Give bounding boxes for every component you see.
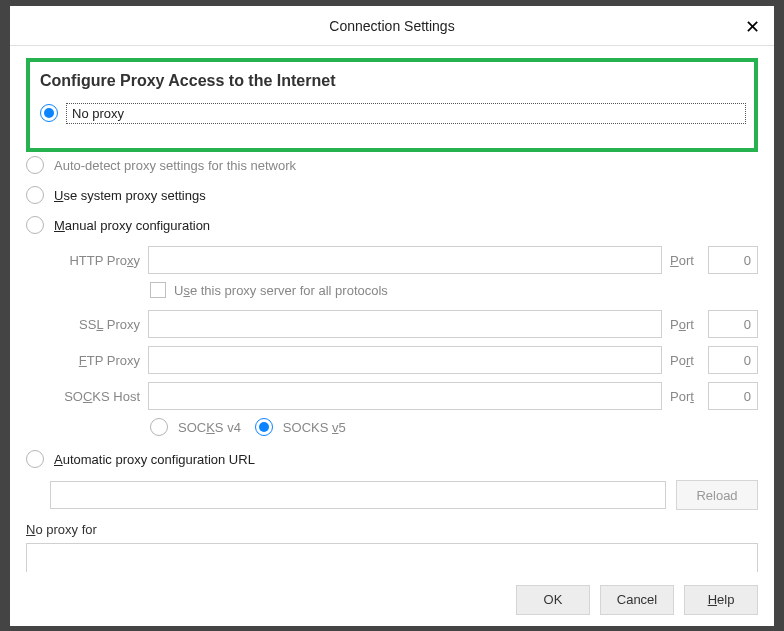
radio-icon [26,156,44,174]
radio-icon [26,450,44,468]
highlighted-section: Configure Proxy Access to the Internet N… [26,58,758,152]
radio-system-proxy[interactable]: Use system proxy settings [26,186,758,204]
ok-button[interactable]: OK [516,585,590,615]
ssl-port-label: Port [670,317,700,332]
ssl-proxy-row: SSL Proxy Port [50,310,758,338]
radio-socks-v4[interactable]: SOCKS v4 [150,418,241,436]
http-port-input[interactable] [708,246,758,274]
ftp-port-input[interactable] [708,346,758,374]
http-proxy-label: HTTP Proxy [50,253,140,268]
radio-label-manual: Manual proxy configuration [54,218,210,233]
socks-host-label: SOCKS Host [50,389,140,404]
ssl-port-input[interactable] [708,310,758,338]
close-button[interactable]: ✕ [738,12,766,40]
title-bar: Connection Settings ✕ [10,6,774,46]
no-proxy-for-input[interactable] [26,543,758,572]
no-proxy-for-label: No proxy for [26,522,758,537]
radio-icon [150,418,168,436]
radio-no-proxy[interactable]: No proxy [40,104,744,122]
help-button[interactable]: Help [684,585,758,615]
radio-label-auto-detect: Auto-detect proxy settings for this netw… [54,158,296,173]
pac-url-row: Reload [50,480,758,510]
radio-auto-detect[interactable]: Auto-detect proxy settings for this netw… [26,156,758,174]
ssl-proxy-input[interactable] [148,310,662,338]
dialog-content-scroll[interactable]: Configure Proxy Access to the Internet N… [10,46,774,572]
http-proxy-row: HTTP Proxy Port [50,246,758,274]
section-heading: Configure Proxy Access to the Internet [40,72,744,90]
socks-v4-label: SOCKS v4 [178,420,241,435]
radio-icon [26,186,44,204]
share-proxy-label: Use this proxy server for all protocols [174,283,388,298]
socks-port-label: Port [670,389,700,404]
radio-label-no-proxy: No proxy [68,105,744,122]
connection-settings-dialog: Connection Settings ✕ Configure Proxy Ac… [10,6,774,626]
radio-icon [255,418,273,436]
radio-icon [26,216,44,234]
http-proxy-input[interactable] [148,246,662,274]
socks-v5-label: SOCKS v5 [283,420,346,435]
http-port-label: Port [670,253,700,268]
dialog-title: Connection Settings [329,18,454,34]
close-icon: ✕ [745,17,760,37]
ftp-proxy-label: FTP Proxy [50,353,140,368]
socks-host-row: SOCKS Host Port [50,382,758,410]
share-proxy-row[interactable]: Use this proxy server for all protocols [150,282,758,298]
socks-host-input[interactable] [148,382,662,410]
ftp-port-label: Port [670,353,700,368]
radio-auto-pac[interactable]: Automatic proxy configuration URL [26,450,758,468]
radio-socks-v5[interactable]: SOCKS v5 [255,418,346,436]
window-backdrop: Connection Settings ✕ Configure Proxy Ac… [0,0,784,631]
ftp-proxy-input[interactable] [148,346,662,374]
socks-port-input[interactable] [708,382,758,410]
manual-proxy-fields: HTTP Proxy Port Use this proxy server fo… [50,246,758,436]
dialog-button-bar: OK Cancel Help [10,572,774,626]
ssl-proxy-label: SSL Proxy [50,317,140,332]
socks-version-row: SOCKS v4 SOCKS v5 [150,418,758,436]
pac-url-input[interactable] [50,481,666,509]
radio-label-pac: Automatic proxy configuration URL [54,452,255,467]
radio-label-system: Use system proxy settings [54,188,206,203]
radio-icon [40,104,58,122]
radio-manual-proxy[interactable]: Manual proxy configuration [26,216,758,234]
ftp-proxy-row: FTP Proxy Port [50,346,758,374]
checkbox-icon [150,282,166,298]
reload-button[interactable]: Reload [676,480,758,510]
cancel-button[interactable]: Cancel [600,585,674,615]
